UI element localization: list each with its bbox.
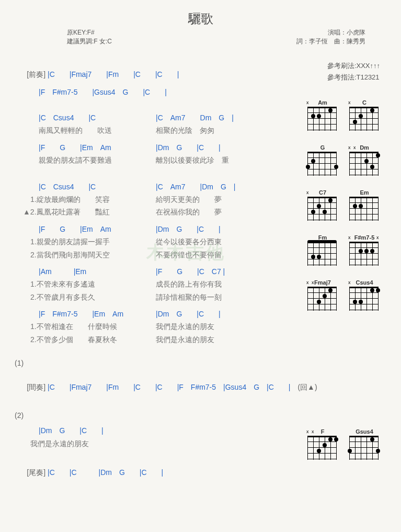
v2-l1b: 給明天更美的 夢	[156, 194, 297, 205]
diagram-Am: Am x	[307, 99, 338, 131]
singer: 演唱：小虎隊	[296, 28, 365, 37]
outro-label: [尾奏]	[27, 468, 45, 477]
credits: 詞：李子恆 曲：陳秀男	[296, 37, 365, 46]
v1-chords-a: |C Csus4 |C	[39, 112, 156, 123]
v2-l1g: 1.不管相逢在 什麼時候	[30, 321, 156, 332]
v2-l2c: 2.當我們飛向那海闊天空	[30, 249, 156, 261]
diagram-Fm: Fm	[307, 234, 338, 266]
header-left: 原KEY:F# 建議男調:F 女:C	[67, 28, 112, 46]
ref-strum: 參考刷法:XXX↑↑↑	[327, 60, 380, 72]
v1-chords-b: |C Am7 Dm G |	[156, 112, 297, 123]
v2-l2d: 不要徬徨也不要停留	[156, 249, 297, 261]
v2-l2e: 2.不管歲月有多長久	[30, 291, 156, 303]
diagram-Gsus4: Gsus4	[349, 428, 380, 460]
v2-l1d: 從今以後要各分西東	[156, 236, 297, 247]
original-key: 原KEY:F#	[67, 28, 112, 37]
chord-diagrams: Am x C x G Dm xx	[307, 99, 388, 324]
header-right: 演唱：小虎隊 詞：李子恆 曲：陳秀男	[296, 28, 365, 46]
intro-line1: |C |Fmaj7 |Fm |C |C |	[48, 70, 179, 78]
v2-chords-e: |Am |Em	[39, 266, 156, 277]
chord-diagrams-2: F xx Gsus4	[307, 428, 388, 473]
v2-l2h: 我們是永遠的朋友	[156, 334, 297, 345]
interlude-label: [間奏]	[27, 383, 45, 391]
section-1: (1) [間奏] |C |Fmaj7 |Fm |C |C |F F#m7-5 |…	[15, 359, 386, 401]
diagram-F: F xx	[307, 428, 338, 460]
v2-chords-d: |Dm G |C |	[156, 223, 297, 235]
label-2: (2)	[15, 411, 386, 420]
v2-l1h: 我們是永遠的朋友	[156, 321, 297, 332]
song-title: 驪歌	[15, 10, 386, 27]
verse1: |C Csus4 |C 南風又輕輕的 吹送 |C Am7 Dm G | 相聚的光…	[15, 107, 297, 166]
v2-chords-g: |F F#m7-5 |Em Am	[39, 308, 156, 320]
v2-l1e: 1.不管未來有多遙遠	[30, 278, 156, 290]
v2-chords-f: |F G |C C7 |	[156, 266, 297, 277]
label-1: (1)	[15, 359, 386, 367]
intro-label: [前奏]	[27, 70, 45, 78]
back-label: (回▲)	[297, 383, 317, 391]
v1-lyric-c: 親愛的朋友請不要難過	[39, 154, 156, 166]
interlude-line: |C |Fmaj7 |Fm |C |C |F F#m7-5 |Gsus4 G |…	[48, 383, 290, 391]
diagram-Em: Em	[349, 189, 380, 221]
v2-l2b: 在祝福你我的 夢	[156, 206, 297, 218]
v1-chords-d: |Dm G |C |	[156, 142, 297, 153]
v2-chords-c: |F G |Em Am	[39, 223, 156, 235]
v1-lyric-d: 離別以後要彼此珍 重	[156, 154, 297, 166]
v1-lyric-b: 相聚的光陰 匆匆	[156, 124, 297, 136]
v2-l1f: 成長的路上有你有我	[156, 278, 297, 290]
diagram-Fmaj7: Fmaj7 xx	[307, 279, 338, 311]
outro-line: |C |C |Dm G |C |	[48, 468, 163, 477]
reference-block: 參考刷法:XXX↑↑↑ 參考指法:T12321	[327, 60, 380, 83]
diagram-Fsharpm75: F#m7-5 xx	[349, 234, 380, 266]
suggested-key: 建議男調:F 女:C	[67, 37, 112, 46]
v1-lyric-a: 南風又輕輕的 吹送	[39, 124, 156, 136]
v2-chords-h: |Dm G |C |	[156, 308, 297, 320]
verse2: |C Csus4 |C 1.綻放最絢爛的 笑容 ▲2.鳳凰花吐露著 豔紅 |C …	[15, 176, 297, 346]
v2-l2g: 2.不管多少個 春夏秋冬	[30, 334, 156, 345]
v2-l1a: 1.綻放最絢爛的 笑容	[30, 194, 156, 205]
ref-finger: 參考指法:T12321	[327, 72, 380, 83]
diagram-C7: C7 x	[307, 189, 338, 221]
v2-l1c: 1.親愛的朋友請握一握手	[30, 236, 156, 247]
diagram-Csus4: Csus4 x	[349, 279, 380, 311]
v1-chords-c: |F G |Em Am	[39, 142, 156, 153]
diagram-Dm: Dm xx	[349, 144, 380, 176]
v2-chords-a: |C Csus4 |C	[39, 181, 156, 193]
v2-l2a: ▲2.鳳凰花吐露著 豔紅	[23, 206, 156, 218]
v2-chords-b: |C Am7 |Dm G |	[156, 181, 297, 193]
intro-line2: |F F#m7-5 |Gsus4 G |C |	[39, 88, 386, 97]
diagram-G: G	[307, 144, 338, 176]
v2-l2f: 請珍惜相聚的每一刻	[156, 291, 297, 303]
diagram-C: C x	[349, 99, 380, 131]
